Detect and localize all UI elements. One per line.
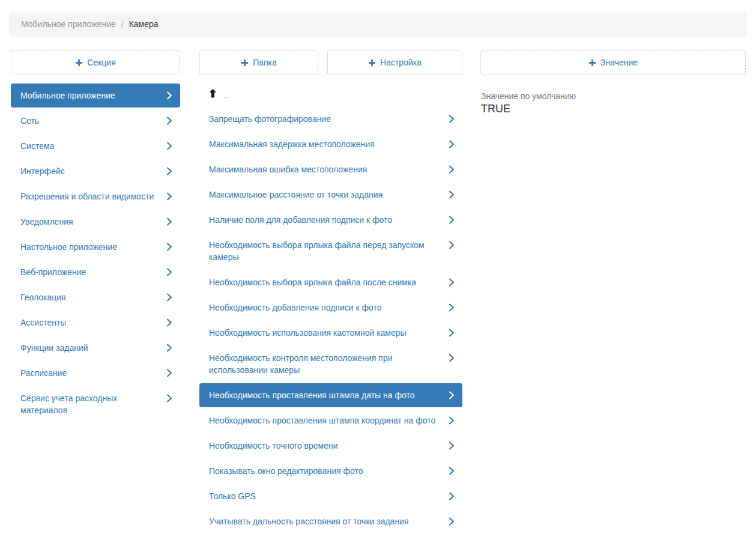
setting-item[interactable]: Наличие поля для добавления подписи к фо… — [199, 208, 462, 232]
sections-list: Мобильное приложение Сеть — [11, 83, 180, 422]
add-setting-button[interactable]: Настройка — [327, 50, 462, 74]
sidebar-item-label: Мобильное приложение — [20, 89, 166, 102]
sidebar-item-label: Ассистенты — [20, 317, 166, 329]
add-section-button[interactable]: Секция — [11, 50, 180, 74]
chevron-right-icon — [449, 190, 455, 199]
setting-item-label: Только GPS — [209, 490, 449, 502]
breadcrumb-current: Камера — [129, 18, 159, 30]
plus-icon — [368, 59, 376, 67]
chevron-right-icon — [449, 467, 455, 475]
chevron-right-icon — [166, 192, 172, 201]
parent-folder-link[interactable]: .. — [199, 85, 462, 101]
setting-item-label: Учитывать дальность расстояния от точки … — [209, 515, 449, 527]
sidebar-item-label: Сервис учета расходных материалов — [20, 392, 166, 416]
sections-column: Секция Мобильное приложение Сеть — [11, 50, 180, 423]
setting-item[interactable]: Необходимость точного времени — [199, 434, 462, 458]
sidebar-item-label: Расписание — [20, 367, 166, 379]
setting-item[interactable]: Максимальная задержка местоположения — [199, 132, 462, 156]
default-value-label: Значение по умолчанию — [481, 91, 746, 102]
settings-list: Запрещать фотографирование Максимальная … — [199, 107, 462, 533]
sidebar-item-label: Геолокация — [20, 291, 166, 303]
chevron-right-icon — [449, 165, 455, 174]
arrow-up-icon — [209, 89, 217, 98]
setting-item[interactable]: Необходимость выбора ярлыка файла после … — [199, 270, 462, 294]
chevron-right-icon — [166, 344, 172, 352]
setting-item[interactable]: Необходимость проставления штампа даты н… — [199, 383, 462, 407]
sidebar-item[interactable]: Настольное приложение — [11, 235, 180, 259]
sidebar-item[interactable]: Уведомления — [11, 210, 180, 234]
plus-icon — [241, 59, 249, 67]
setting-item[interactable]: Необходимость использования кастомной ка… — [199, 321, 462, 345]
setting-item[interactable]: Необходимость выбора ярлыка файла перед … — [199, 233, 462, 269]
setting-item[interactable]: Необходимость контроля местоположения пр… — [199, 346, 462, 382]
chevron-right-icon — [166, 167, 172, 175]
sidebar-item-label: Настольное приложение — [20, 241, 166, 253]
add-setting-label: Настройка — [380, 58, 422, 67]
settings-toolbar: Папка Настройка — [199, 50, 462, 74]
parent-folder-label: .. — [224, 91, 228, 99]
sidebar-item[interactable]: Расписание — [11, 361, 180, 385]
plus-icon — [588, 59, 596, 67]
chevron-right-icon — [166, 394, 172, 402]
sidebar-item[interactable]: Сеть — [11, 109, 180, 133]
chevron-right-icon — [449, 303, 455, 312]
breadcrumb: Мобильное приложение / Камера — [9, 11, 746, 37]
setting-item-label: Запрещать фотографирование — [209, 113, 449, 125]
chevron-right-icon — [449, 441, 455, 450]
setting-item[interactable]: Необходимость проставления штампа коорди… — [199, 408, 462, 432]
chevron-right-icon — [449, 517, 455, 526]
setting-item-label: Необходимость выбора ярлыка файла после … — [209, 276, 449, 288]
chevron-right-icon — [449, 329, 455, 337]
chevron-right-icon — [449, 140, 455, 148]
setting-item[interactable]: Максимальное расстояние от точки задания — [199, 183, 462, 207]
chevron-right-icon — [449, 391, 455, 399]
chevron-right-icon — [166, 217, 172, 226]
sidebar-item[interactable]: Функции заданий — [11, 336, 180, 360]
sidebar-item-label: Сеть — [20, 115, 166, 127]
setting-item[interactable]: Только GPS — [199, 484, 462, 508]
chevron-right-icon — [166, 268, 172, 276]
sidebar-item[interactable]: Система — [11, 134, 180, 158]
chevron-right-icon — [449, 278, 455, 287]
setting-item-label: Максимальная задержка местоположения — [209, 138, 449, 150]
content-columns: Секция Мобильное приложение Сеть — [11, 50, 746, 535]
sidebar-item[interactable]: Сервис учета расходных материалов — [11, 386, 180, 422]
sidebar-item[interactable]: Мобильное приложение — [11, 83, 180, 108]
sidebar-item[interactable]: Разрешения и области видимости — [11, 184, 180, 208]
setting-item-label: Необходимость выбора ярлыка файла перед … — [209, 239, 449, 263]
breadcrumb-parent-link[interactable]: Мобильное приложение — [21, 18, 116, 30]
setting-item-label: Необходимость использования кастомной ка… — [209, 327, 449, 339]
add-section-label: Секция — [87, 58, 115, 67]
chevron-right-icon — [449, 492, 455, 500]
setting-item-label: Необходимость точного времени — [209, 440, 449, 452]
chevron-right-icon — [166, 91, 172, 100]
values-column: Значение Значение по умолчанию TRUE — [480, 50, 746, 116]
chevron-right-icon — [449, 416, 455, 425]
setting-item[interactable]: Необходимость добавления подписи к фото — [199, 296, 462, 320]
settings-column: Папка Настройка .. — [199, 50, 462, 535]
add-folder-label: Папка — [253, 58, 277, 67]
setting-item-label: Максимальная ошибка местоположения — [209, 163, 449, 175]
sidebar-item-label: Веб-приложение — [20, 266, 166, 278]
setting-item[interactable]: Максимальная ошибка местоположения — [199, 157, 462, 181]
default-value: TRUE — [481, 102, 746, 116]
sidebar-item[interactable]: Веб-приложение — [11, 260, 180, 284]
sidebar-item-label: Разрешения и области видимости — [20, 190, 166, 202]
sidebar-item[interactable]: Ассистенты — [11, 311, 180, 335]
setting-item[interactable]: Показывать окно редактирования фото — [199, 459, 462, 483]
setting-item-label: Максимальное расстояние от точки задания — [209, 189, 449, 201]
setting-item-label: Наличие поля для добавления подписи к фо… — [209, 214, 449, 226]
sidebar-item-label: Интерфейс — [20, 165, 166, 177]
add-folder-button[interactable]: Папка — [199, 50, 318, 74]
add-value-button[interactable]: Значение — [480, 50, 746, 74]
sidebar-item[interactable]: Интерфейс — [11, 159, 180, 183]
setting-item[interactable]: Запрещать фотографирование — [199, 107, 462, 131]
sidebar-item-label: Уведомления — [20, 216, 166, 228]
chevron-right-icon — [166, 243, 172, 251]
setting-item-label: Необходимость проставления штампа даты н… — [209, 389, 449, 401]
plus-icon — [75, 59, 83, 67]
setting-item[interactable]: Учитывать дальность расстояния от точки … — [199, 509, 462, 533]
chevron-right-icon — [449, 354, 455, 362]
sidebar-item[interactable]: Геолокация — [11, 285, 180, 309]
chevron-right-icon — [449, 216, 455, 224]
